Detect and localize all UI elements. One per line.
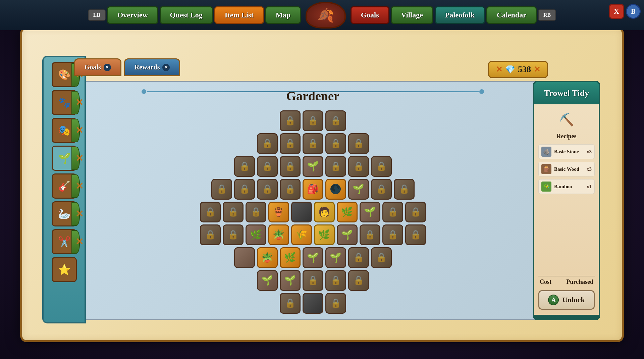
- skill-cell[interactable]: 🔒: [371, 179, 392, 200]
- skill-cell-herb4[interactable]: 🌿: [246, 224, 266, 245]
- skill-cell[interactable]: 🔒: [200, 202, 221, 222]
- skill-cell-plant2[interactable]: 🌱: [348, 179, 369, 200]
- skill-cell[interactable]: 🔒: [280, 133, 301, 154]
- skill-cell[interactable]: 🔒: [280, 156, 301, 177]
- skill-cell[interactable]: 🔒: [280, 179, 301, 200]
- sidebar-item-bird[interactable]: 🦢 ✕: [52, 201, 77, 226]
- sidebar-item-plant[interactable]: 🌱 ✕: [52, 146, 77, 171]
- skill-cell[interactable]: 🔒: [223, 224, 244, 245]
- skill-cell-plant7[interactable]: 🌱: [257, 270, 278, 291]
- skill-cell-bag[interactable]: 🎒: [303, 179, 323, 200]
- skill-cell[interactable]: 🔒: [325, 156, 346, 177]
- sidebar-item-star[interactable]: ⭐: [52, 257, 77, 282]
- skill-grid-container: 🔒 🔒 🔒 🔒 🔒 🔒 🔒 🔒 🔒 🔒 🔒 �: [75, 107, 550, 317]
- skill-cell[interactable]: 🔒: [257, 179, 278, 200]
- skill-cell[interactable]: 🔒: [280, 110, 301, 131]
- skill-cell[interactable]: 🔒: [303, 270, 323, 291]
- close-button[interactable]: X: [609, 4, 624, 19]
- mask-icon: 🎭: [58, 124, 70, 136]
- skill-cell-bouquet[interactable]: 🌿: [280, 247, 301, 268]
- skill-cell[interactable]: 🔒: [223, 202, 244, 222]
- nav-map[interactable]: Map: [265, 6, 301, 24]
- skill-cell[interactable]: 🔒: [348, 133, 369, 154]
- skill-cell-dark[interactable]: 🌑: [325, 179, 346, 200]
- lb-button[interactable]: LB: [88, 9, 106, 21]
- skill-cell-grain[interactable]: 🌾: [291, 224, 312, 245]
- grid-row-9: 🔒 🔒: [279, 292, 347, 315]
- skill-cell-plant8[interactable]: 🌱: [280, 270, 301, 291]
- skill-cell-empty[interactable]: [291, 202, 312, 222]
- skill-cell-vase[interactable]: 🏺: [268, 202, 289, 222]
- nav-calendar[interactable]: Calendar: [486, 6, 537, 24]
- currency-amount: 538: [518, 64, 531, 74]
- skill-cell-plant6[interactable]: 🌱: [325, 247, 346, 268]
- sidebar-item-palette[interactable]: 🎨 ✕: [52, 62, 77, 87]
- skill-cell-plant[interactable]: 🌱: [303, 156, 323, 177]
- unlock-button[interactable]: A Unlock: [538, 290, 595, 310]
- skill-cell[interactable]: 🔒: [257, 133, 278, 154]
- skill-cell-person[interactable]: 🧑: [314, 202, 335, 222]
- rb-button[interactable]: RB: [538, 9, 556, 21]
- nav-paleofolk[interactable]: Paleofolk: [435, 6, 485, 24]
- skill-cell[interactable]: 🔒: [303, 133, 323, 154]
- skill-cell-pot[interactable]: 🪴: [268, 224, 289, 245]
- skill-cell[interactable]: 🔒: [325, 110, 346, 131]
- skill-cell[interactable]: 🔒: [246, 202, 266, 222]
- skill-cell[interactable]: 🔒: [257, 156, 278, 177]
- skill-cell[interactable]: 🔒: [371, 156, 392, 177]
- skill-cell[interactable]: 🔒: [325, 133, 346, 154]
- skill-cell-empty3[interactable]: [303, 293, 323, 314]
- skill-cell-plant4[interactable]: 🌱: [337, 224, 358, 245]
- skill-cell-empty2[interactable]: [234, 247, 255, 268]
- b-button[interactable]: B: [626, 4, 641, 19]
- tab-goals-close[interactable]: ✕: [104, 64, 111, 71]
- sidebar-item-mask[interactable]: 🎭 ✕: [52, 118, 77, 143]
- connector-line: [147, 91, 479, 92]
- nav-overview[interactable]: Overview: [107, 6, 158, 24]
- skill-cell[interactable]: 🔒: [234, 156, 255, 177]
- skill-cell[interactable]: 🔒: [325, 293, 346, 314]
- cross-deco: ✕: [75, 97, 83, 108]
- plant5-icon: 🌱: [307, 252, 319, 263]
- person-icon: 🧑: [318, 206, 330, 217]
- skill-cell[interactable]: 🔒: [405, 202, 426, 222]
- sidebar-item-music[interactable]: 🎸 ✕: [52, 173, 77, 199]
- lock-icon: 🔒: [285, 138, 296, 149]
- skill-cell[interactable]: 🔒: [371, 247, 392, 268]
- tab-rewards[interactable]: Rewards ✕: [124, 58, 180, 76]
- nav-quest-log[interactable]: Quest Log: [160, 6, 213, 24]
- skill-cell-herbs2[interactable]: 🌿: [314, 224, 335, 245]
- skill-cell[interactable]: 🔒: [348, 270, 369, 291]
- plant6-icon: 🌱: [330, 252, 341, 263]
- lock-icon: 🔒: [387, 229, 398, 240]
- skill-cell-plant5[interactable]: 🌱: [303, 247, 323, 268]
- nav-item-list[interactable]: Item List: [214, 6, 264, 24]
- cross-deco: ✕: [75, 125, 83, 136]
- nav-goals[interactable]: Goals: [351, 6, 389, 24]
- skill-cell[interactable]: 🔒: [382, 202, 403, 222]
- skill-cell[interactable]: 🔒: [382, 224, 403, 245]
- skill-cell[interactable]: 🔒: [348, 247, 369, 268]
- skill-cell-flower[interactable]: 🪴: [257, 247, 278, 268]
- skill-cell[interactable]: 🔒: [211, 179, 232, 200]
- skill-cell[interactable]: 🔒: [394, 179, 415, 200]
- skill-cell-plant3[interactable]: 🌱: [360, 202, 380, 222]
- lock-icon: 🔒: [308, 275, 318, 286]
- skill-cell[interactable]: 🔒: [280, 293, 301, 314]
- skill-cell[interactable]: 🔒: [360, 224, 380, 245]
- sidebar-scroll: 🎨 ✕ 🐾 ✕ 🎭 ✕ 🌱 ✕ 🎸 ✕: [42, 56, 86, 323]
- skill-cell[interactable]: 🔒: [234, 179, 255, 200]
- skill-cell[interactable]: 🔒: [325, 270, 346, 291]
- connector-dot-right: [479, 89, 484, 94]
- skill-cell[interactable]: 🔒: [405, 224, 426, 245]
- tab-goals[interactable]: Goals ✕: [74, 58, 121, 76]
- skill-cell[interactable]: 🔒: [303, 110, 323, 131]
- tab-rewards-close[interactable]: ✕: [162, 64, 170, 71]
- nav-village[interactable]: Village: [391, 6, 433, 24]
- sidebar-item-scissors[interactable]: ✂️ ✕: [52, 229, 77, 254]
- music-icon: 🎸: [58, 180, 70, 192]
- skill-cell[interactable]: 🔒: [348, 156, 369, 177]
- skill-cell[interactable]: 🔒: [200, 224, 221, 245]
- skill-cell-herbs[interactable]: 🌿: [337, 202, 358, 222]
- sidebar-item-creature[interactable]: 🐾 ✕: [52, 90, 77, 115]
